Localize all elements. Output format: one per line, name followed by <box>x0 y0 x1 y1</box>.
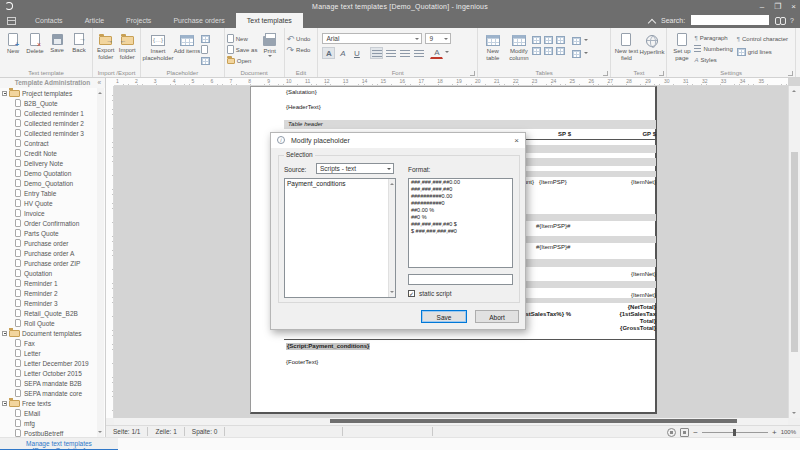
import-folder-button[interactable]: Import folder <box>117 30 139 60</box>
format-list-item[interactable]: ##0.00 % <box>409 207 512 214</box>
paragraph-button[interactable]: ¶Paragraph <box>694 33 732 42</box>
listbox-scrollbar[interactable] <box>388 179 395 297</box>
undo-button[interactable]: ↶Undo <box>287 34 311 43</box>
print-button[interactable]: Print <box>259 30 281 59</box>
save-button[interactable]: Save <box>421 310 467 323</box>
abort-button[interactable]: Abort <box>475 310 519 323</box>
zoom-slider[interactable] <box>702 432 768 433</box>
new-table-button[interactable]: New table <box>480 30 506 61</box>
grid-lines-button[interactable]: grid lines <box>737 47 788 56</box>
align-center-button[interactable] <box>384 47 397 59</box>
document-horizontal-scrollbar[interactable] <box>114 418 788 425</box>
modify-column-button[interactable]: Modify column <box>506 30 532 61</box>
tree-item-purchase-order-a[interactable]: Purchase order A <box>0 248 97 258</box>
placeholder-net-total[interactable]: {NetTotal} <box>618 304 656 311</box>
find-icon[interactable] <box>775 16 784 24</box>
tree-item-letter[interactable]: Letter <box>0 348 97 358</box>
font-color-button[interactable]: A <box>430 48 443 59</box>
text-dialog-launcher-icon[interactable] <box>659 71 664 76</box>
tree-item-purchase-order[interactable]: Purchase order <box>0 238 97 248</box>
tree-item-hv-quote[interactable]: HV Quote <box>0 198 97 208</box>
placeholder-item-psp-hash[interactable]: #{ItemPSP}# <box>536 244 570 251</box>
open-view-tab[interactable]: Manage text templates [Demo_Quotation] <box>0 438 118 450</box>
placeholder-header-text[interactable]: {HeaderText} <box>286 104 321 111</box>
tree-item-letter-december-2019[interactable]: Letter December 2019 <box>0 358 97 368</box>
tab-contacts[interactable]: Contacts <box>24 13 74 28</box>
redo-button[interactable]: ↷Redo <box>287 45 311 54</box>
delete-template-button[interactable]: Delete <box>24 30 46 55</box>
selection-list-item[interactable]: Payment_conditions <box>285 179 395 188</box>
document-vertical-scrollbar[interactable] <box>788 86 800 418</box>
placeholder-script-payment-conditions[interactable]: {Script:Payment_conditions} <box>286 343 370 350</box>
align-left-button[interactable] <box>370 47 383 59</box>
scrollbar-thumb[interactable] <box>791 152 798 352</box>
format-list-item[interactable]: ##########0.00 <box>409 193 512 200</box>
styles-button[interactable]: AStyles <box>694 55 732 64</box>
insert-column-left-icon[interactable] <box>532 47 541 55</box>
tree-collapse-icon[interactable] <box>2 91 7 96</box>
tab-projects[interactable]: Projects <box>115 13 162 28</box>
insert-column-right-icon[interactable] <box>544 47 553 55</box>
minimize-button[interactable]: – <box>760 2 764 11</box>
tree-item-demo-quotation[interactable]: Demo_Quotation <box>0 178 97 188</box>
tree-item-collected-reminder-2[interactable]: Collected reminder 2 <box>0 118 97 128</box>
tab-article[interactable]: Article <box>74 13 115 28</box>
tree-item-postbubetreff[interactable]: PostbuBetreff <box>0 428 97 437</box>
sidebar-collapse-icon[interactable]: « <box>97 79 101 86</box>
format-list-item[interactable]: ###,###,###,##0 $ <box>409 221 512 228</box>
tree-item-contract[interactable]: Contract <box>0 138 97 148</box>
tree-item-entry-table[interactable]: Entry Table <box>0 188 97 198</box>
tree-item-credit-note[interactable]: Credit Note <box>0 148 97 158</box>
tree-item-purchase-order-zip[interactable]: Purchase order ZIP <box>0 258 97 268</box>
scroll-up-icon[interactable] <box>792 88 796 92</box>
tree-item-email[interactable]: EMail <box>0 408 97 418</box>
scrollbar-thumb[interactable] <box>330 419 737 423</box>
placeholder-footer-text[interactable]: {FooterText} <box>286 359 318 366</box>
font-dialog-launcher-icon[interactable] <box>470 71 475 76</box>
hyperlink-button[interactable]: Hyperlink <box>639 30 664 56</box>
source-select[interactable]: Scripts - text <box>316 163 394 174</box>
align-right-button[interactable] <box>398 47 411 59</box>
font-family-select[interactable]: Arial <box>322 33 422 44</box>
zoom-out-button[interactable]: − <box>693 428 698 437</box>
zoom-in-button[interactable]: + <box>772 428 777 437</box>
format-list-item[interactable]: ##0 % <box>409 214 512 221</box>
insert-placeholder-button[interactable]: Insert placeholder <box>143 30 173 61</box>
tree-item-parts-quote[interactable]: Parts Quote <box>0 228 97 238</box>
scroll-up-icon[interactable] <box>98 90 102 94</box>
placeholder-item-psp[interactable]: {ItemPSP} <box>539 179 567 186</box>
format-list-item[interactable]: $ ###,###,###,##0 <box>409 228 512 235</box>
export-folder-button[interactable]: Export folder <box>95 30 117 60</box>
fit-page-icon[interactable] <box>667 428 676 437</box>
tree-collapse-icon[interactable] <box>2 401 7 406</box>
numbering-button[interactable]: Numbering <box>694 44 732 53</box>
tree-item-reminder-3[interactable]: Reminder 3 <box>0 298 97 308</box>
selection-listbox[interactable]: Payment_conditions <box>284 178 396 298</box>
table-header-label[interactable]: Table header <box>288 121 323 128</box>
bold-button[interactable]: A <box>322 47 335 59</box>
search-input[interactable] <box>691 15 769 25</box>
tree-item-reminder-1[interactable]: Reminder 1 <box>0 278 97 288</box>
underline-button[interactable]: U <box>350 47 363 59</box>
tree-item-letter-october-2015[interactable]: Letter October 2015 <box>0 368 97 378</box>
sidebar-scrollbar[interactable] <box>97 88 104 437</box>
table-borders-button[interactable] <box>572 36 588 45</box>
placeholder-list-button[interactable] <box>201 34 210 43</box>
dialog-title-bar[interactable]: i Modify placeholder × <box>271 133 525 148</box>
tree-item-sepa-mandate-b2b[interactable]: SEPA mandate B2B <box>0 378 97 388</box>
placeholder-item-psp-hash[interactable]: #{ItemPSP}# <box>536 223 570 230</box>
fit-width-icon[interactable] <box>680 428 689 437</box>
ribbon-collapse-icon[interactable] <box>649 17 655 23</box>
back-button[interactable]: Back <box>68 30 90 54</box>
settings-dialog-launcher-icon[interactable] <box>788 71 793 76</box>
format-list-item[interactable]: ##########0 <box>409 200 512 207</box>
tree-folder-free-texts[interactable]: Free texts <box>0 398 97 408</box>
tree-item-sepa-mandate-core[interactable]: SEPA mandate core <box>0 388 97 398</box>
placeholder-item-net[interactable]: {ItemNet} <box>590 179 656 186</box>
add-items-button[interactable]: Add items <box>173 30 201 55</box>
placeholder-print-button[interactable] <box>201 56 210 65</box>
merge-cell-icon[interactable] <box>556 47 565 55</box>
tree-item-roll-quote[interactable]: Roll Quote <box>0 318 97 328</box>
maximize-button[interactable]: ❐ <box>774 2 781 11</box>
close-button[interactable]: × <box>791 2 796 11</box>
